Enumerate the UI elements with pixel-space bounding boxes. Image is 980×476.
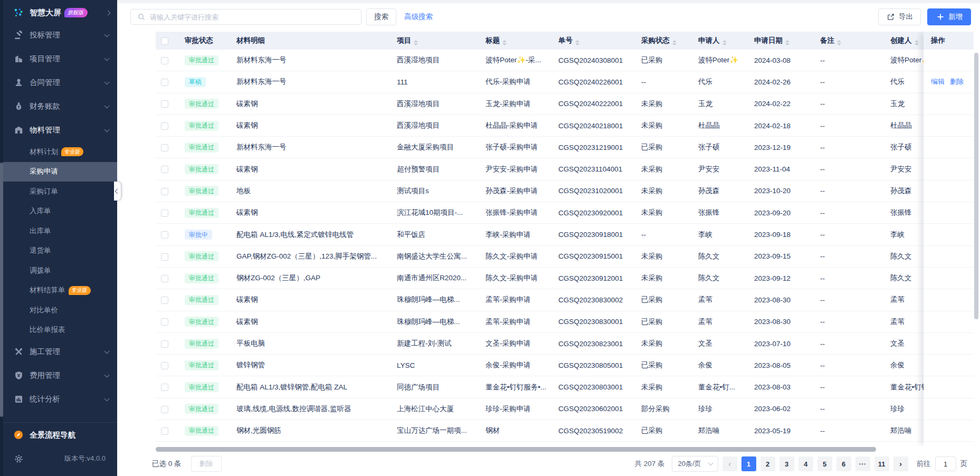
table-row: 审批通过镀锌钢管LYSC余俊-采购申请CGSQ20230805001已采购余俊2… xyxy=(156,355,974,376)
sidebar-scrollbar[interactable] xyxy=(0,0,3,476)
sort-icon[interactable] xyxy=(722,40,727,45)
page-button-1[interactable]: 1 xyxy=(741,456,756,471)
status-cell: 审批通过 xyxy=(185,115,236,137)
cell-apply_date: 2024-02-26 xyxy=(754,71,820,93)
sidebar-item-label: 投标管理 xyxy=(30,30,105,40)
sidebar-item-expense[interactable]: 费用管理 xyxy=(3,364,117,387)
row-checkbox[interactable] xyxy=(161,122,168,130)
row-checkbox[interactable] xyxy=(161,144,168,151)
sidebar-subitem-label: 采购订单 xyxy=(30,187,58,196)
delete-button[interactable]: 删除 xyxy=(191,456,222,472)
gear-icon[interactable] xyxy=(14,454,23,463)
page-button-2[interactable]: 2 xyxy=(760,456,775,471)
sidebar-item-stats[interactable]: 统计分析 xyxy=(3,387,117,411)
sidebar-submenu: 材料计划专业版采购申请采购订单入库单出库单退货单调拨单材料结算单专业版对比单价比… xyxy=(3,142,117,340)
page-button-5[interactable]: 5 xyxy=(817,456,832,471)
sidebar-subitem-purchase-request[interactable]: 采购申请 xyxy=(3,162,117,182)
sidebar-item-contract[interactable]: 合同管理 xyxy=(3,71,117,94)
warehouse-icon xyxy=(14,126,23,135)
search-button[interactable]: 搜索 xyxy=(366,8,396,25)
sort-icon[interactable] xyxy=(785,40,789,45)
sidebar-subitem-unit-price-compare[interactable]: 对比单价 xyxy=(3,300,117,320)
checkbox-cell xyxy=(156,224,185,245)
sidebar-subitem-purchase-order[interactable]: 采购订单 xyxy=(3,182,117,202)
checkbox-cell xyxy=(156,71,185,93)
horizontal-scrollbar[interactable] xyxy=(156,447,974,452)
row-checkbox[interactable] xyxy=(161,275,168,282)
sort-icon[interactable] xyxy=(915,40,919,45)
cell-material: 碳素钢 xyxy=(236,158,397,180)
sidebar-scrollbar-thumb[interactable] xyxy=(0,163,3,417)
sidebar-subitem-outbound-order[interactable]: 出库单 xyxy=(3,221,117,241)
cell-project: 滨江花城10期项目-... xyxy=(397,202,486,224)
checkbox-cell xyxy=(156,355,185,376)
add-button[interactable]: 新增 xyxy=(927,8,971,25)
sort-icon[interactable] xyxy=(575,40,579,45)
sidebar-subitem-material-plan[interactable]: 材料计划专业版 xyxy=(3,142,117,162)
edit-link[interactable]: 编辑 xyxy=(931,77,945,87)
row-checkbox[interactable] xyxy=(161,231,168,239)
cell-order_no: CGSQ20230519002 xyxy=(558,420,641,442)
export-button[interactable]: 导出 xyxy=(878,8,921,25)
row-checkbox[interactable] xyxy=(161,253,168,261)
pagination-next-button[interactable]: › xyxy=(893,456,908,471)
building-icon xyxy=(14,54,23,64)
sidebar-subitem-inbound-order[interactable]: 入库单 xyxy=(3,202,117,222)
row-checkbox[interactable] xyxy=(161,210,168,217)
sidebar-item-process-navigation[interactable]: 全景流程导航 xyxy=(3,423,117,447)
sort-icon[interactable] xyxy=(502,40,507,45)
page-button-3[interactable]: 3 xyxy=(779,456,794,471)
pagination-ellipsis[interactable]: ••• xyxy=(855,456,870,471)
page-size-select[interactable]: 20条/页 xyxy=(672,456,718,472)
row-checkbox[interactable] xyxy=(161,427,168,435)
sidebar-subitem-material-settlement[interactable]: 材料结算单专业版 xyxy=(3,281,117,301)
horizontal-scrollbar-thumb[interactable] xyxy=(156,447,876,452)
sidebar-item-material[interactable]: 物料管理 xyxy=(3,118,117,142)
cell-project: 南钢盛达大学生公寓... xyxy=(397,246,486,268)
vertical-scrollbar-thumb[interactable] xyxy=(974,53,978,319)
select-all-checkbox[interactable] xyxy=(161,37,168,45)
pagination-prev-button[interactable]: ‹ xyxy=(722,456,737,471)
advanced-search-link[interactable]: 高级搜索 xyxy=(404,12,433,22)
row-checkbox[interactable] xyxy=(161,100,168,108)
row-checkbox[interactable] xyxy=(161,362,168,369)
sort-icon[interactable] xyxy=(672,40,677,45)
cell-apply_date: 2023-09-18 xyxy=(754,224,820,245)
row-checkbox[interactable] xyxy=(161,318,168,326)
sidebar-subitem-price-compare-report[interactable]: 比价单报表 xyxy=(3,320,117,340)
search-input[interactable] xyxy=(150,13,355,21)
delete-link[interactable]: 删除 xyxy=(950,77,964,87)
row-checkbox[interactable] xyxy=(161,340,168,348)
sort-icon[interactable] xyxy=(414,40,418,45)
cell-title: 代乐-采购申请 xyxy=(486,71,558,93)
sidebar-item-bid[interactable]: 投标管理 xyxy=(3,23,117,47)
sidebar-subitem-transfer-order[interactable]: 调拨单 xyxy=(3,261,117,281)
row-checkbox[interactable] xyxy=(161,166,168,173)
sidebar-item-construction[interactable]: 施工管理 xyxy=(3,340,117,364)
search-box xyxy=(130,9,361,25)
cell-applicant: 孟苇 xyxy=(698,289,754,311)
row-checkbox[interactable] xyxy=(161,406,168,413)
sidebar-item-finance[interactable]: 财务账款 xyxy=(3,94,117,118)
page-button-4[interactable]: 4 xyxy=(798,456,813,471)
page-button-11[interactable]: 11 xyxy=(874,456,889,471)
cell-purchase_status: 已采购 xyxy=(641,289,698,311)
sort-icon[interactable] xyxy=(837,40,841,45)
sidebar-item-project[interactable]: 项目管理 xyxy=(3,47,117,71)
page-button-6[interactable]: 6 xyxy=(836,456,851,471)
cell-title: 文圣-采购申请 xyxy=(486,333,558,355)
cell-purchase_status: -- xyxy=(641,71,698,93)
goto-page-input[interactable] xyxy=(935,456,956,471)
sidebar-item-smart-screen[interactable]: 智慧大屏 旗舰版 xyxy=(3,0,117,23)
status-cell: 审批通过 xyxy=(185,311,236,333)
row-checkbox[interactable] xyxy=(161,79,168,86)
row-checkbox[interactable] xyxy=(161,297,168,304)
sidebar-collapse-handle[interactable] xyxy=(114,182,121,201)
row-checkbox[interactable] xyxy=(161,188,168,195)
cell-project: 测试项目s xyxy=(397,180,486,202)
row-checkbox[interactable] xyxy=(161,384,168,391)
sidebar-subitem-return-order[interactable]: 退货单 xyxy=(3,241,117,261)
status-cell: 审批通过 xyxy=(185,202,236,224)
row-checkbox[interactable] xyxy=(161,57,168,64)
clipped-row xyxy=(156,442,974,446)
